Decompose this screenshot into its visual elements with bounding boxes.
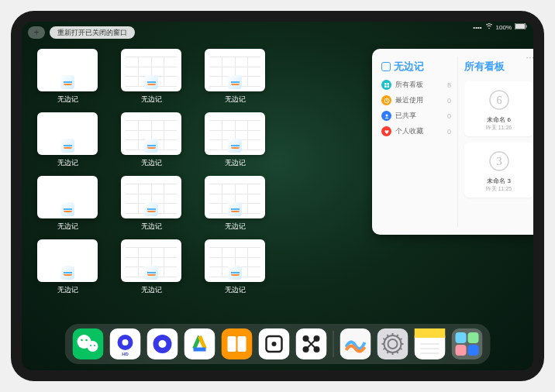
svg-point-17 (81, 339, 83, 342)
svg-point-0 (488, 28, 490, 29)
dock-nodes-icon[interactable] (296, 328, 327, 359)
nav-count: 0 (447, 128, 451, 136)
window-thumbnail[interactable]: 无边记 (37, 112, 98, 168)
window-thumbnail[interactable]: 无边记 (121, 239, 181, 295)
heart-icon (381, 126, 391, 136)
reopen-closed-window-button[interactable]: 重新打开已关闭的窗口 (50, 26, 135, 39)
nav-item-clock[interactable]: 最近使用0 (381, 95, 451, 105)
window-thumbnail[interactable]: 无边记 (37, 49, 98, 105)
dock-aliyun-icon[interactable] (184, 328, 215, 359)
board-card[interactable]: 6未命名 6昨天 11:26 (464, 81, 533, 136)
thumbnail-label: 无边记 (141, 285, 162, 295)
nav-label: 最近使用 (395, 95, 443, 105)
svg-rect-28 (184, 328, 215, 359)
dock-books-icon[interactable] (222, 328, 253, 359)
svg-line-58 (383, 339, 385, 340)
svg-rect-36 (238, 336, 246, 352)
signal-icon: •••• (473, 24, 481, 31)
thumbnail-label: 无边记 (141, 158, 162, 168)
window-thumbnail[interactable]: 无边记 (37, 239, 98, 295)
person-icon (381, 111, 391, 121)
dock-wechat-icon[interactable] (73, 328, 104, 359)
board-card[interactable]: 3未命名 3昨天 11:25 (464, 143, 533, 198)
window-thumbnail[interactable]: 无边记 (121, 176, 181, 232)
window-thumbnail[interactable]: 无边记 (205, 49, 265, 105)
window-thumbnail[interactable]: 无边记 (205, 176, 265, 232)
svg-text:3: 3 (496, 156, 502, 167)
svg-rect-68 (452, 328, 483, 359)
dock: HD (65, 324, 491, 364)
freeform-icon (144, 202, 158, 216)
thumbnail-preview (37, 112, 98, 155)
svg-rect-4 (384, 83, 387, 85)
thumbnail-preview (205, 49, 265, 91)
new-window-button[interactable]: + (28, 26, 45, 39)
svg-rect-5 (387, 83, 389, 85)
nav-label: 所有看板 (395, 80, 443, 90)
nav-item-grid[interactable]: 所有看板8 (381, 80, 451, 90)
nav-label: 个人收藏 (395, 126, 443, 136)
nav-count: 0 (447, 112, 451, 120)
svg-point-39 (272, 342, 277, 346)
dock-settings-icon[interactable] (377, 328, 408, 359)
svg-point-23 (122, 339, 129, 346)
thumbnail-label: 无边记 (57, 95, 78, 105)
screen: •••• 100% + 重新打开已关闭的窗口 无边记无边记无边记无边记无边记无边… (22, 22, 533, 370)
svg-rect-64 (415, 328, 446, 338)
nav-count: 0 (447, 97, 451, 105)
freeform-icon (60, 202, 74, 216)
freeform-icon (60, 266, 74, 280)
thumbnail-preview (121, 112, 181, 155)
thumbnail-label: 无边记 (225, 285, 246, 295)
svg-rect-35 (228, 336, 236, 352)
ipad-frame: •••• 100% + 重新打开已关闭的窗口 无边记无边记无边记无边记无边记无边… (11, 11, 544, 381)
freeform-icon (144, 266, 158, 280)
freeform-panel[interactable]: ··· 无边记 所有看板8最近使用0已共享0个人收藏0 所有看板 6未命名 6昨… (372, 49, 533, 235)
freeform-icon (228, 266, 242, 280)
svg-line-59 (388, 335, 389, 337)
freeform-icon (60, 139, 74, 153)
svg-rect-69 (456, 332, 467, 343)
window-thumbnail[interactable]: 无边记 (205, 112, 265, 168)
thumbnail-preview (37, 49, 98, 91)
svg-line-52 (400, 349, 402, 350)
battery-text: 100% (496, 24, 512, 31)
thumbnail-label: 无边记 (225, 158, 246, 168)
nav-item-person[interactable]: 已共享0 (381, 111, 451, 121)
dock-separator (333, 331, 334, 357)
svg-rect-2 (515, 24, 525, 29)
svg-point-18 (85, 339, 88, 342)
thumbnail-label: 无边记 (57, 285, 78, 295)
thumbnail-preview (205, 239, 265, 282)
window-thumbnail[interactable]: 无边记 (37, 176, 98, 232)
svg-rect-34 (222, 328, 253, 359)
dock-notes-icon[interactable] (415, 328, 446, 359)
thumbnail-label: 无边记 (141, 222, 162, 232)
board-preview: 3 (485, 147, 513, 175)
window-grid: 无边记无边记无边记无边记无边记无边记无边记无边记无边记无边记无边记无边记 (37, 49, 349, 324)
dock-widgets-icon[interactable] (452, 328, 483, 359)
nav-item-heart[interactable]: 个人收藏0 (381, 126, 451, 136)
window-thumbnail[interactable]: 无边记 (121, 49, 181, 105)
freeform-icon (228, 75, 242, 89)
window-thumbnail[interactable]: 无边记 (205, 239, 265, 295)
window-thumbnail[interactable]: 无边记 (121, 112, 181, 168)
svg-text:6: 6 (496, 95, 502, 106)
dock-freeform-icon[interactable] (340, 328, 371, 359)
grid-icon (381, 80, 391, 90)
board-preview: 6 (485, 86, 513, 114)
svg-point-27 (159, 340, 167, 348)
board-name: 未命名 6 (487, 115, 511, 124)
thumbnail-label: 无边记 (225, 95, 246, 105)
dock-quark-icon[interactable] (147, 328, 178, 359)
more-icon[interactable]: ··· (526, 53, 533, 62)
svg-rect-3 (526, 26, 527, 28)
wifi-icon (485, 23, 493, 31)
dock-quark-hd-icon[interactable]: HD (110, 328, 141, 359)
svg-text:HD: HD (122, 352, 129, 356)
dock-dice-icon[interactable] (259, 328, 290, 359)
content-area: 无边记无边记无边记无边记无边记无边记无边记无边记无边记无边记无边记无边记 ···… (22, 45, 533, 324)
svg-point-9 (385, 114, 388, 116)
thumbnail-label: 无边记 (141, 95, 162, 105)
board-date: 昨天 11:25 (486, 185, 512, 193)
